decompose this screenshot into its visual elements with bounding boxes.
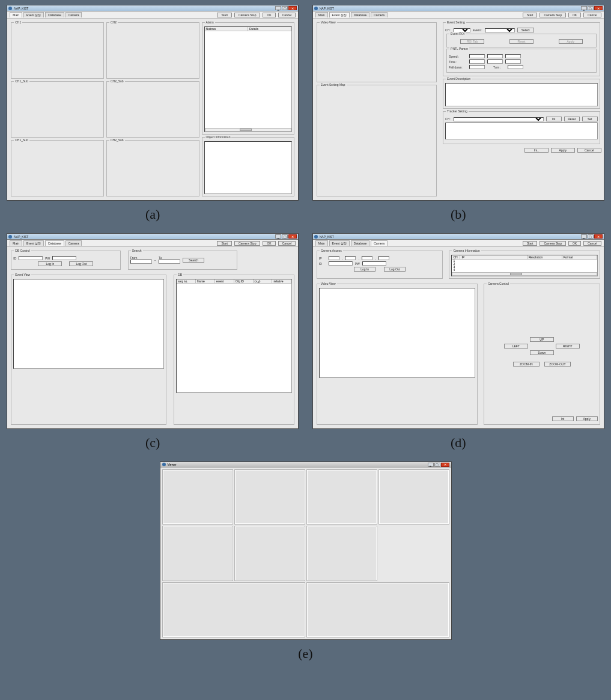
tab-database[interactable]: Database bbox=[351, 12, 369, 17]
ip-field-1[interactable] bbox=[329, 256, 339, 260]
tab-camera[interactable]: Camera bbox=[371, 12, 388, 17]
turn-field[interactable] bbox=[508, 65, 523, 69]
roi-tab-button[interactable]: ROI Tab bbox=[460, 39, 484, 44]
up-button[interactable]: UP bbox=[530, 337, 554, 342]
maximize-icon[interactable]: ▢ bbox=[588, 6, 594, 10]
tab-camera[interactable]: Camera bbox=[371, 240, 388, 246]
cam-ini-button[interactable]: Ini bbox=[552, 416, 574, 421]
cam-logout-button[interactable]: Log Out bbox=[384, 267, 406, 272]
tab-event[interactable]: Event 설정 bbox=[329, 240, 350, 246]
close-icon[interactable]: ✕ bbox=[594, 234, 603, 239]
minimize-icon[interactable]: ‗ bbox=[581, 234, 587, 239]
tab-main[interactable]: Main bbox=[315, 240, 328, 246]
tab-main[interactable]: Main bbox=[315, 12, 328, 17]
tab-database[interactable]: Database bbox=[45, 240, 64, 246]
minimize-icon[interactable]: ‗ bbox=[428, 463, 434, 467]
roi-reset-button[interactable]: Reset bbox=[509, 39, 533, 44]
camera-stop-button[interactable]: Camera Stop bbox=[234, 13, 260, 17]
db-id-field[interactable] bbox=[19, 256, 43, 260]
zoom-out-button[interactable]: ZOOM-OUT bbox=[544, 362, 571, 367]
minimize-icon[interactable]: ‗ bbox=[581, 6, 587, 10]
ip-field-3[interactable] bbox=[362, 256, 372, 260]
zoom-in-button[interactable]: ZOOM-IN bbox=[513, 362, 540, 367]
cam-id-field[interactable] bbox=[329, 261, 353, 266]
maximize-icon[interactable]: ▢ bbox=[282, 6, 288, 10]
left-button[interactable]: LEFT bbox=[504, 344, 528, 348]
start-button[interactable]: Start bbox=[217, 13, 232, 17]
time-field-3[interactable] bbox=[505, 59, 521, 64]
db-login-button[interactable]: Log In bbox=[38, 261, 62, 266]
camera-stop-button[interactable]: Camera Stop bbox=[540, 241, 565, 246]
ip-field-2[interactable] bbox=[345, 256, 356, 260]
tracker-ch-select[interactable] bbox=[454, 117, 544, 121]
db-col-event[interactable]: event bbox=[215, 279, 234, 283]
maximize-icon[interactable]: ▢ bbox=[434, 463, 440, 467]
camera-stop-button[interactable]: Camera Stop bbox=[234, 241, 260, 246]
alarm-scrollbar[interactable] bbox=[205, 128, 292, 132]
ok-button[interactable]: OK bbox=[263, 13, 275, 17]
cam-col-ip[interactable]: IP bbox=[460, 255, 527, 259]
minimize-icon[interactable]: ‗ bbox=[275, 6, 281, 10]
start-button[interactable]: Start bbox=[523, 241, 538, 246]
cancel-button[interactable]: Cancel bbox=[278, 13, 296, 17]
tracker-setting-panel[interactable] bbox=[445, 123, 598, 139]
bottom-apply-button[interactable]: Apply bbox=[551, 148, 575, 153]
bottom-ini-button[interactable]: Ini.. bbox=[524, 148, 549, 153]
tab-camera[interactable]: Camera bbox=[65, 12, 82, 17]
tab-camera[interactable]: Camera bbox=[65, 240, 82, 246]
ok-button[interactable]: OK bbox=[263, 241, 275, 246]
down-button[interactable]: Down bbox=[530, 350, 554, 355]
tab-database[interactable]: Database bbox=[45, 12, 64, 17]
tab-event[interactable]: Event 설정 bbox=[23, 12, 44, 17]
cam-login-button[interactable]: Log In bbox=[354, 267, 375, 272]
roi-apply-button[interactable]: Apply bbox=[559, 39, 583, 44]
ok-button[interactable]: OK bbox=[568, 241, 581, 246]
cam-col-format[interactable]: Format bbox=[562, 255, 597, 259]
speed-field-1[interactable] bbox=[469, 54, 485, 58]
right-button[interactable]: RIGHT bbox=[556, 344, 580, 348]
db-col-objid[interactable]: Obj ID bbox=[234, 279, 254, 283]
to-field[interactable] bbox=[159, 260, 180, 264]
cam-row-4[interactable]: 4 bbox=[453, 269, 597, 272]
tab-event[interactable]: Event 설정 bbox=[329, 12, 350, 17]
speed-field-3[interactable] bbox=[505, 54, 521, 58]
alarm-col-details[interactable]: Details bbox=[248, 27, 291, 31]
maximize-icon[interactable]: ▢ bbox=[282, 234, 288, 239]
alarm-col-notices[interactable]: Notices bbox=[205, 27, 248, 31]
search-button[interactable]: Search bbox=[183, 258, 204, 263]
minimize-icon[interactable]: ‗ bbox=[275, 234, 281, 239]
close-icon[interactable]: ✕ bbox=[288, 6, 297, 10]
event-select[interactable] bbox=[485, 28, 515, 32]
alarm-list[interactable]: Notices Details bbox=[204, 26, 293, 132]
db-col-xy[interactable]: (x,y) bbox=[254, 279, 273, 283]
close-icon[interactable]: ✕ bbox=[288, 234, 297, 239]
tab-main[interactable]: Main bbox=[10, 12, 22, 17]
tracker-ini-button[interactable]: Ini bbox=[546, 117, 562, 121]
select-button[interactable]: Select bbox=[517, 28, 534, 32]
camera-stop-button[interactable]: Camera Stop bbox=[540, 13, 565, 17]
from-field[interactable] bbox=[130, 260, 152, 264]
db-table[interactable]: seq no. frame event Obj ID (x,y) relativ… bbox=[176, 279, 292, 393]
cam-col-resolution[interactable]: Resolution bbox=[527, 255, 562, 259]
cancel-button[interactable]: Cancel bbox=[583, 13, 601, 17]
db-logout-button[interactable]: Log Out bbox=[69, 261, 93, 266]
db-col-relative[interactable]: relative bbox=[272, 279, 291, 283]
cancel-button[interactable]: Cancel bbox=[583, 241, 601, 246]
cam-apply-button[interactable]: Apply bbox=[576, 416, 598, 421]
db-pw-field[interactable] bbox=[52, 256, 76, 260]
tracker-reset-button[interactable]: Reset bbox=[564, 117, 580, 121]
ip-field-4[interactable] bbox=[378, 256, 389, 260]
db-col-frame[interactable]: frame bbox=[196, 279, 215, 283]
start-button[interactable]: Start bbox=[217, 241, 232, 246]
maximize-icon[interactable]: ▢ bbox=[588, 234, 594, 239]
close-icon[interactable]: ✕ bbox=[441, 463, 449, 467]
cam-info-scrollbar[interactable] bbox=[452, 272, 597, 276]
close-icon[interactable]: ✕ bbox=[594, 6, 603, 10]
tab-event[interactable]: Event 설정 bbox=[23, 240, 44, 246]
ok-button[interactable]: OK bbox=[568, 13, 581, 17]
cam-pw-field[interactable] bbox=[362, 261, 386, 266]
cancel-button[interactable]: Cancel bbox=[278, 241, 296, 246]
speed-field-2[interactable] bbox=[487, 54, 503, 58]
time-field-1[interactable] bbox=[469, 59, 485, 64]
fall-down-field[interactable] bbox=[469, 65, 485, 69]
